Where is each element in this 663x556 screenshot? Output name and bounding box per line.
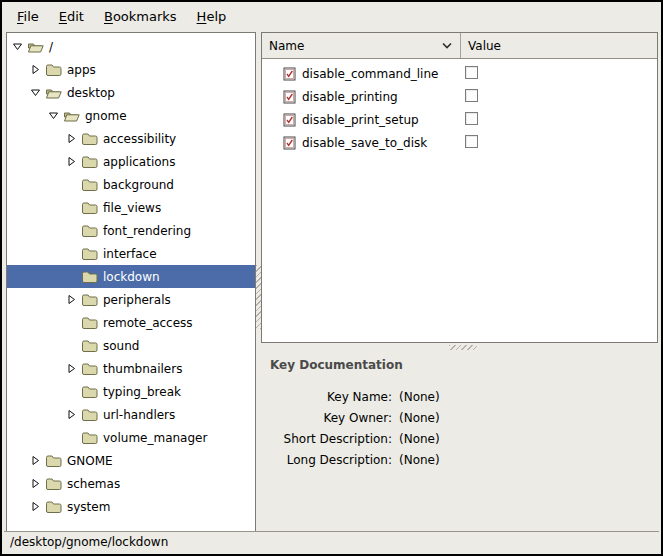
boolean-key-icon bbox=[283, 67, 296, 81]
tree-item-volume-manager[interactable]: volume_manager bbox=[7, 426, 255, 449]
tree-item-label: schemas bbox=[67, 477, 120, 491]
tree-item-label: volume_manager bbox=[103, 431, 207, 445]
column-header-value-label: Value bbox=[468, 39, 501, 53]
doc-field: Long Description:(None) bbox=[261, 450, 661, 471]
expander-closed-icon[interactable] bbox=[29, 454, 42, 467]
key-row-disable_printing[interactable]: disable_printing bbox=[262, 85, 657, 108]
folder-icon bbox=[45, 477, 62, 490]
tree-item-typing-break[interactable]: typing_break bbox=[7, 380, 255, 403]
menu-file[interactable]: File bbox=[7, 5, 49, 28]
doc-field-label: Long Description: bbox=[261, 450, 392, 471]
expander-open-icon[interactable] bbox=[47, 109, 60, 122]
tree-item-sound[interactable]: sound bbox=[7, 334, 255, 357]
column-header-name[interactable]: Name bbox=[262, 33, 461, 58]
expander-closed-icon[interactable] bbox=[65, 408, 78, 421]
tree-item-gnome[interactable]: GNOME bbox=[7, 449, 255, 472]
tree-item-applications[interactable]: applications bbox=[7, 150, 255, 173]
boolean-key-icon bbox=[283, 90, 296, 104]
value-checkbox[interactable] bbox=[465, 89, 478, 102]
folder-icon bbox=[81, 224, 98, 237]
key-name-label: disable_printing bbox=[302, 90, 398, 104]
tree-item-label: url-handlers bbox=[103, 408, 175, 422]
tree-item-label: lockdown bbox=[103, 270, 160, 284]
tree-item-url-handlers[interactable]: url-handlers bbox=[7, 403, 255, 426]
folder-icon bbox=[81, 362, 98, 375]
doc-field-value: (None) bbox=[399, 408, 440, 429]
expander-spacer bbox=[65, 224, 78, 237]
folder-icon bbox=[81, 293, 98, 306]
tree-item-label: typing_break bbox=[103, 385, 181, 399]
tree-item-desktop[interactable]: desktop bbox=[7, 81, 255, 104]
key-name-label: disable_command_line bbox=[302, 67, 438, 81]
folder-icon bbox=[45, 500, 62, 513]
sort-chevron-down-icon bbox=[441, 39, 453, 53]
boolean-key-icon bbox=[283, 136, 296, 150]
folder-icon bbox=[81, 431, 98, 444]
tree-item-label: sound bbox=[103, 339, 139, 353]
key-row-disable_print_setup[interactable]: disable_print_setup bbox=[262, 108, 657, 131]
value-checkbox[interactable] bbox=[465, 135, 478, 148]
tree-item-interface[interactable]: interface bbox=[7, 242, 255, 265]
doc-field: Key Owner:(None) bbox=[261, 408, 661, 429]
tree-item-lockdown[interactable]: lockdown bbox=[7, 265, 255, 288]
tree-item-system[interactable]: system bbox=[7, 495, 255, 518]
key-row-disable_command_line[interactable]: disable_command_line bbox=[262, 62, 657, 85]
folder-icon bbox=[81, 155, 98, 168]
key-name-label: disable_print_setup bbox=[302, 113, 419, 127]
horizontal-splitter[interactable] bbox=[261, 343, 658, 351]
folder-icon bbox=[81, 178, 98, 191]
expander-spacer bbox=[65, 385, 78, 398]
folder-icon bbox=[81, 316, 98, 329]
expander-closed-icon[interactable] bbox=[65, 155, 78, 168]
expander-spacer bbox=[65, 431, 78, 444]
tree-item-label: accessibility bbox=[103, 132, 176, 146]
folder-open-icon bbox=[63, 109, 80, 122]
column-header-value[interactable]: Value bbox=[461, 33, 657, 58]
expander-closed-icon[interactable] bbox=[65, 362, 78, 375]
tree-item-apps[interactable]: apps bbox=[7, 58, 255, 81]
expander-open-icon[interactable] bbox=[11, 40, 24, 53]
menu-edit[interactable]: Edit bbox=[49, 5, 94, 28]
expander-open-icon[interactable] bbox=[29, 86, 42, 99]
folder-open-icon bbox=[27, 40, 44, 53]
folder-icon bbox=[81, 339, 98, 352]
doc-field-value: (None) bbox=[399, 387, 440, 408]
tree-item-[interactable]: / bbox=[7, 35, 255, 58]
expander-closed-icon[interactable] bbox=[29, 477, 42, 490]
value-checkbox[interactable] bbox=[465, 66, 478, 79]
value-checkbox[interactable] bbox=[465, 112, 478, 125]
boolean-key-icon bbox=[283, 113, 296, 127]
expander-closed-icon[interactable] bbox=[29, 500, 42, 513]
statusbar-path: /desktop/gnome/lockdown bbox=[10, 535, 168, 549]
folder-icon bbox=[45, 454, 62, 467]
tree-item-accessibility[interactable]: accessibility bbox=[7, 127, 255, 150]
tree-item-font-rendering[interactable]: font_rendering bbox=[7, 219, 255, 242]
key-list-panel: Name Value disable_command_linedisable_p… bbox=[261, 32, 658, 343]
menu-bookmarks[interactable]: Bookmarks bbox=[94, 5, 187, 28]
tree-item-label: interface bbox=[103, 247, 157, 261]
tree-item-schemas[interactable]: schemas bbox=[7, 472, 255, 495]
tree-item-label: background bbox=[103, 178, 174, 192]
key-name-label: disable_save_to_disk bbox=[302, 136, 427, 150]
tree-item-label: / bbox=[49, 40, 53, 54]
doc-field: Key Name:(None) bbox=[261, 387, 661, 408]
tree-item-background[interactable]: background bbox=[7, 173, 255, 196]
statusbar: /desktop/gnome/lockdown bbox=[4, 531, 659, 552]
expander-closed-icon[interactable] bbox=[65, 293, 78, 306]
folder-icon bbox=[81, 408, 98, 421]
tree-item-peripherals[interactable]: peripherals bbox=[7, 288, 255, 311]
expander-closed-icon[interactable] bbox=[65, 132, 78, 145]
tree-item-thumbnailers[interactable]: thumbnailers bbox=[7, 357, 255, 380]
tree-item-gnome[interactable]: gnome bbox=[7, 104, 255, 127]
expander-closed-icon[interactable] bbox=[29, 63, 42, 76]
folder-icon bbox=[81, 385, 98, 398]
key-row-disable_save_to_disk[interactable]: disable_save_to_disk bbox=[262, 131, 657, 154]
tree-item-label: gnome bbox=[85, 109, 127, 123]
menu-help[interactable]: Help bbox=[187, 5, 237, 28]
tree-item-file-views[interactable]: file_views bbox=[7, 196, 255, 219]
tree-item-remote-access[interactable]: remote_access bbox=[7, 311, 255, 334]
doc-field-label: Key Owner: bbox=[261, 408, 392, 429]
doc-field-value: (None) bbox=[399, 429, 440, 450]
tree-item-label: file_views bbox=[103, 201, 161, 215]
expander-spacer bbox=[65, 339, 78, 352]
